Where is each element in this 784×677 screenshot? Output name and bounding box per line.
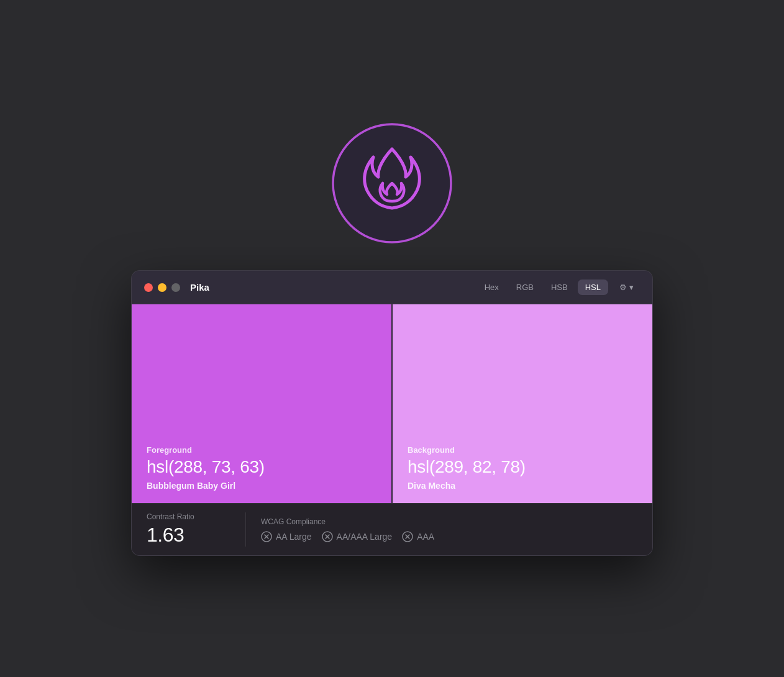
tab-rgb[interactable]: RGB [509, 279, 541, 295]
wcag-label: WCAG Compliance [261, 517, 434, 526]
minimize-button[interactable] [158, 283, 166, 292]
maximize-button[interactable] [171, 283, 180, 292]
background-name: Diva Mecha [408, 481, 637, 491]
bottom-bar: Contrast Ratio 1.63 WCAG Compliance AA L… [132, 503, 652, 555]
badge-aa-large-label: AA Large [276, 532, 312, 542]
app-icon [330, 121, 454, 245]
chevron-down-icon: ▾ [629, 283, 634, 292]
badge-aaa: AAA [402, 531, 434, 542]
badge-aa-aaa-large-label: AA/AAA Large [337, 532, 393, 542]
traffic-lights [144, 283, 180, 292]
window-title: Pika [190, 282, 477, 293]
foreground-panel[interactable]: Foreground hsl(288, 73, 63) Bubblegum Ba… [132, 304, 393, 503]
tab-hex[interactable]: Hex [477, 279, 506, 295]
tab-hsl[interactable]: HSL [578, 279, 608, 295]
foreground-label: Foreground [147, 445, 376, 455]
color-panels: Foreground hsl(288, 73, 63) Bubblegum Ba… [132, 304, 652, 503]
wcag-badges: AA Large AA/AAA Large [261, 531, 434, 542]
contrast-section: Contrast Ratio 1.63 [147, 512, 246, 547]
wcag-section: WCAG Compliance AA Large [246, 517, 434, 542]
badge-aaa-label: AAA [417, 532, 434, 542]
settings-button[interactable]: ⚙ ▾ [613, 279, 640, 295]
tab-hsb[interactable]: HSB [544, 279, 575, 295]
app-window: Pika Hex RGB HSB HSL ⚙ ▾ Foreground hsl(… [131, 270, 653, 556]
titlebar: Pika Hex RGB HSB HSL ⚙ ▾ [132, 271, 652, 304]
background-label: Background [408, 445, 637, 455]
contrast-value: 1.63 [147, 524, 230, 547]
background-panel[interactable]: Background hsl(289, 82, 78) Diva Mecha [393, 304, 652, 503]
foreground-value: hsl(288, 73, 63) [147, 457, 376, 477]
contrast-label: Contrast Ratio [147, 512, 230, 521]
background-value: hsl(289, 82, 78) [408, 457, 637, 477]
fail-icon-aa-aaa-large [322, 531, 333, 542]
badge-aa-aaa-large: AA/AAA Large [322, 531, 393, 542]
fail-icon-aaa [402, 531, 413, 542]
gear-icon: ⚙ [619, 283, 627, 292]
badge-aa-large: AA Large [261, 531, 312, 542]
app-icon-container [330, 121, 454, 245]
foreground-name: Bubblegum Baby Girl [147, 481, 376, 491]
fail-icon-aa-large [261, 531, 272, 542]
close-button[interactable] [144, 283, 153, 292]
format-tabs: Hex RGB HSB HSL [477, 279, 608, 295]
